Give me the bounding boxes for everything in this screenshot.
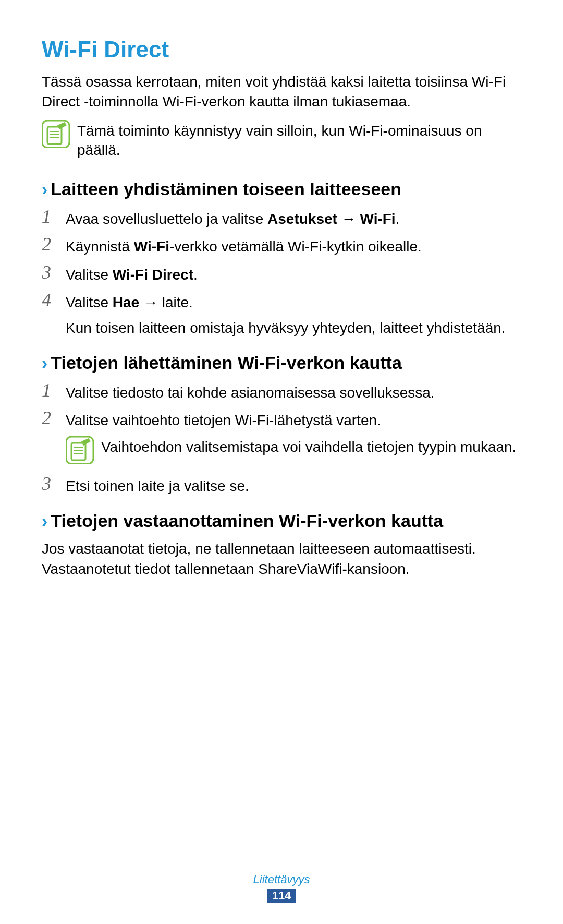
step-item: 2 Valitse vaihtoehto tietojen Wi-Fi-lähe… [42, 408, 521, 430]
step-number: 4 [42, 290, 56, 311]
step-item: 4 Valitse Hae → laite. [42, 290, 521, 313]
section-receive: › Tietojen vastaanottaminen Wi-Fi-verkon… [42, 511, 521, 579]
step-item: 1 Valitse tiedosto tai kohde asianomaise… [42, 380, 521, 403]
subsection-heading: › Laitteen yhdistäminen toiseen laittees… [42, 179, 521, 199]
step-text: Etsi toinen laite ja valitse se. [66, 474, 249, 496]
subsection-heading: › Tietojen vastaanottaminen Wi-Fi-verkon… [42, 511, 521, 531]
subsection-title: Tietojen vastaanottaminen Wi-Fi-verkon k… [51, 511, 443, 531]
step-number: 3 [42, 474, 56, 495]
page-content: Wi-Fi Direct Tässä osassa kerrotaan, mit… [0, 0, 563, 615]
subsection-title: Laitteen yhdistäminen toiseen laitteesee… [51, 179, 401, 199]
step-text: Avaa sovellusluettelo ja valitse Asetuks… [66, 207, 399, 229]
step-text: Valitse tiedosto tai kohde asianomaisess… [66, 380, 435, 403]
page-number: 114 [267, 889, 297, 903]
section-connect: › Laitteen yhdistäminen toiseen laittees… [42, 179, 521, 338]
step-item: 3 Etsi toinen laite ja valitse se. [42, 474, 521, 496]
intro-paragraph: Tässä osassa kerrotaan, miten voit yhdis… [42, 72, 521, 112]
step-subtext: Kun toisen laitteen omistaja hyväksyy yh… [66, 318, 521, 338]
svg-rect-6 [71, 443, 85, 460]
body-paragraph: Jos vastaanotat tietoja, ne tallennetaan… [42, 538, 521, 579]
step-text: Käynnistä Wi-Fi-verkko vetämällä Wi-Fi-k… [66, 234, 422, 257]
subsection-heading: › Tietojen lähettäminen Wi-Fi-verkon kau… [42, 353, 521, 373]
chevron-icon: › [42, 179, 47, 199]
step-number: 1 [42, 380, 56, 401]
step-item: 3 Valitse Wi-Fi Direct. [42, 262, 521, 285]
step-number: 2 [42, 234, 56, 255]
note-icon [42, 120, 70, 148]
chevron-icon: › [42, 511, 47, 531]
step-text: Valitse vaihtoehto tietojen Wi-Fi-lähety… [66, 408, 381, 430]
step-text: Valitse Hae → laite. [66, 290, 193, 313]
svg-rect-1 [47, 127, 62, 144]
footer-section-label: Liitettävyys [0, 873, 563, 886]
chevron-icon: › [42, 353, 47, 373]
step-item: 1 Avaa sovellusluettelo ja valitse Asetu… [42, 207, 521, 229]
note-block: Tämä toiminto käynnistyy vain silloin, k… [42, 120, 521, 161]
step-number: 1 [42, 207, 56, 227]
note-block: Vaihtoehdon valitsemistapa voi vaihdella… [66, 436, 521, 464]
subsection-title: Tietojen lähettäminen Wi-Fi-verkon kautt… [51, 353, 402, 373]
note-text: Vaihtoehdon valitsemistapa voi vaihdella… [101, 436, 516, 457]
note-icon [66, 436, 94, 464]
page-title: Wi-Fi Direct [42, 37, 521, 63]
section-send: › Tietojen lähettäminen Wi-Fi-verkon kau… [42, 353, 521, 496]
page-footer: Liitettävyys 114 [0, 873, 563, 903]
step-number: 2 [42, 408, 56, 429]
note-text: Tämä toiminto käynnistyy vain silloin, k… [77, 120, 521, 161]
step-number: 3 [42, 262, 56, 283]
step-text: Valitse Wi-Fi Direct. [66, 262, 198, 285]
step-item: 2 Käynnistä Wi-Fi-verkko vetämällä Wi-Fi… [42, 234, 521, 257]
